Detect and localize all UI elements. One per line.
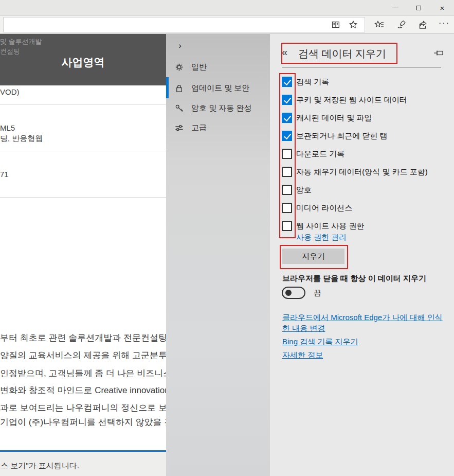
checkbox-label: 캐시된 데이터 및 파일 [296, 113, 372, 123]
checkbox[interactable] [282, 185, 292, 195]
checkbox[interactable] [282, 95, 292, 105]
back-chevron-icon[interactable]: « [282, 46, 287, 58]
checkbox-label: 다운로드 기록 [296, 149, 344, 159]
checkbox-row-autofill-data[interactable]: 자동 채우기 데이터(양식 및 카드 포함) [282, 166, 446, 178]
checkbox-label: 쿠키 및 저장된 웹 사이트 데이터 [296, 95, 407, 105]
sidebar-item-label: 암호 및 자동 완성 [191, 103, 252, 113]
toggle-knob [285, 290, 292, 296]
address-bar[interactable] [3, 17, 365, 32]
checkbox[interactable] [282, 203, 292, 213]
sidebar-item-privacy-security[interactable]: 업데이트 및 보안 [166, 78, 270, 98]
status-tooltip-bar: 스 보기"가 표시됩니다. [0, 450, 166, 476]
webpage-row-text: VOD) [0, 87, 166, 96]
checkbox-row-passwords[interactable]: 암호 [282, 184, 446, 196]
checkbox-label: 자동 채우기 데이터(양식 및 카드 포함) [296, 167, 428, 177]
divider [282, 67, 441, 68]
cloud-data-link[interactable]: 클라우드에서 Microsoft Edge가 나에 대해 인식한 내용 변경 [282, 312, 446, 333]
toolbar-buttons: ··· [373, 17, 451, 32]
share-icon[interactable] [416, 19, 429, 31]
webpage-paragraph-line: 인정받으며, 고객님들께 좀 더 나은 비즈니스 환경 [0, 367, 166, 379]
more-options-icon[interactable]: ··· [438, 19, 451, 31]
checkbox[interactable] [282, 149, 292, 159]
always-clear-label: 브라우저를 닫을 때 항상 이 데이터 지우기 [282, 274, 426, 284]
divider [0, 104, 166, 105]
checkbox-row-website-permissions[interactable]: 웹 사이트 사용 권한 [282, 220, 446, 232]
favorites-hub-icon[interactable] [373, 19, 386, 31]
window-controls: × [383, 0, 454, 15]
checkbox[interactable] [282, 131, 292, 141]
webpage-menu-partial-1: 및 솔루션개발 [0, 37, 42, 46]
webpage-row-text: ML5 [0, 124, 166, 132]
favorite-star-icon[interactable] [347, 19, 359, 31]
checkbox-label: 미디어 라이선스 [296, 203, 352, 213]
always-clear-toggle[interactable] [282, 287, 305, 299]
minimize-icon [392, 8, 398, 8]
lock-icon [174, 83, 184, 93]
checkbox-label: 보관되거나 최근에 닫힌 탭 [296, 131, 388, 141]
learn-more-link[interactable]: 자세한 정보 [282, 349, 446, 360]
webpage-header: 및 솔루션개발 컨설팅 사업영역 [0, 34, 166, 85]
checkbox-row-browsing-history[interactable]: 검색 기록 [282, 76, 446, 88]
checkbox-row-cookies[interactable]: 쿠키 및 저장된 웹 사이트 데이터 [282, 94, 446, 106]
close-button[interactable]: × [430, 0, 454, 15]
webpage-paragraph-line: 변화와 창조적 마인드로 Creative innovation을 [0, 384, 166, 396]
checkbox-label: 검색 기록 [296, 77, 329, 87]
bing-history-link[interactable]: Bing 검색 기록 지우기 [282, 336, 446, 347]
minimize-button[interactable] [383, 0, 407, 15]
checkbox[interactable] [282, 167, 292, 177]
checkbox-label: 웹 사이트 사용 권한 [296, 221, 365, 231]
webpage-background: 및 솔루션개발 컨설팅 사업영역 VOD) ML5 딩, 반응형웹 71 부터 … [0, 34, 166, 476]
clear-browsing-data-panel: « 검색 데이터 지우기 검색 기록 쿠키 및 저장된 웹 사이트 데이터 캐시… [270, 34, 454, 476]
sidebar-item-label: 일반 [191, 62, 207, 72]
sidebar-item-passwords-autofill[interactable]: 암호 및 자동 완성 [166, 98, 270, 118]
checkbox[interactable] [282, 77, 292, 87]
gear-icon [174, 62, 184, 72]
always-clear-toggle-row: 끔 [282, 287, 321, 299]
browser-toolbar: ··· [0, 15, 454, 34]
close-icon: × [440, 4, 445, 12]
sliders-icon [174, 122, 184, 133]
checkbox-row-tabs[interactable]: 보관되거나 최근에 닫힌 탭 [282, 130, 446, 142]
maximize-icon [416, 6, 421, 10]
webpage-row-text: 딩, 반응형웹 [0, 134, 166, 144]
maximize-button[interactable] [407, 0, 430, 15]
sidebar-item-advanced[interactable]: 고급 [166, 117, 270, 138]
checkbox-row-media-licenses[interactable]: 미디어 라이선스 [282, 202, 446, 214]
webpage-row-text: 71 [0, 170, 166, 179]
browser-content: 및 솔루션개발 컨설팅 사업영역 VOD) ML5 딩, 반응형웹 71 부터 … [0, 34, 454, 476]
divider [0, 151, 166, 151]
checkbox-label: 암호 [296, 185, 312, 195]
sidebar-expand-chevron-icon[interactable]: › [173, 39, 187, 52]
checkbox-row-download-history[interactable]: 다운로드 기록 [282, 148, 446, 160]
divider [0, 197, 166, 198]
webpage-paragraph-line: 과로 보여드리는 나우컴퍼니의 정신으로 보답하겠 [0, 402, 166, 414]
key-icon [174, 103, 184, 113]
clear-button[interactable]: 지우기 [282, 249, 344, 264]
manage-permissions-link[interactable]: 사용 권한 관리 [296, 233, 347, 242]
sidebar-item-label: 고급 [191, 123, 207, 133]
webpage-section-title: 사업영역 [0, 55, 166, 69]
edge-browser-window: × [0, 0, 454, 476]
checkbox[interactable] [282, 113, 292, 123]
webpage-paragraph-line: 기업이 (주)나우컴퍼니를 선택하지 않았을 것입니 [0, 416, 166, 428]
reading-view-icon[interactable] [330, 19, 342, 31]
toggle-state-label: 끔 [314, 288, 321, 298]
panel-title: 검색 데이터 지우기 [298, 47, 386, 61]
checkbox-row-cached-data[interactable]: 캐시된 데이터 및 파일 [282, 112, 446, 124]
sidebar-item-general[interactable]: 일반 [166, 57, 270, 77]
status-tooltip-text: 스 보기"가 표시됩니다. [1, 461, 79, 471]
panel-links: 클라우드에서 Microsoft Edge가 나에 대해 인식한 내용 변경 B… [282, 312, 446, 360]
webpage-paragraph-line: 양질의 교육서비스의 제공을 위해 고군분투해 왔 [0, 349, 166, 361]
window-titlebar: × [0, 0, 454, 15]
sidebar-item-label: 업데이트 및 보안 [191, 83, 249, 93]
webpage-paragraph-line: 부터 최초로 관련 솔루션개발과 전문컨설팅을 시작 [0, 332, 166, 344]
settings-sidebar: › 일반 [166, 34, 270, 476]
checkbox[interactable] [282, 221, 292, 231]
pin-panel-icon[interactable] [433, 49, 444, 57]
web-notes-pen-icon[interactable] [394, 19, 408, 31]
